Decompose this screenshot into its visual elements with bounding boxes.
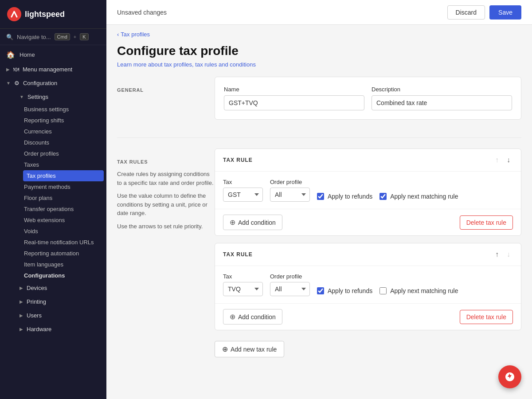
general-section: GENERAL Name Description bbox=[106, 77, 532, 137]
sidebar-item-settings[interactable]: ▼ Settings bbox=[13, 90, 106, 104]
fab-icon bbox=[505, 372, 515, 382]
apply-refunds-1-checkbox[interactable] bbox=[317, 193, 324, 200]
sidebar-printing-label: Printing bbox=[27, 298, 46, 305]
order-profile-2-label: Order profile bbox=[270, 273, 310, 280]
sidebar-item-home[interactable]: 🏠 Home bbox=[0, 47, 106, 63]
topbar: Unsaved changes Discard Save bbox=[106, 0, 532, 25]
devices-arrow-icon: ▶ bbox=[20, 286, 23, 290]
add-new-rule-row: ⊕ Add new tax rule bbox=[215, 337, 521, 368]
plus-separator: + bbox=[74, 34, 76, 39]
rule-2-up-button[interactable]: ↑ bbox=[493, 250, 501, 259]
add-new-tax-rule-button[interactable]: ⊕ Add new tax rule bbox=[215, 341, 284, 357]
printing-arrow-icon: ▶ bbox=[20, 299, 23, 304]
plus-circle-2-icon: ⊕ bbox=[230, 313, 235, 321]
sidebar-item-payment-methods[interactable]: Payment methods bbox=[20, 181, 106, 192]
page-content: ‹ Tax profiles Configure tax profile Lea… bbox=[106, 25, 532, 399]
sidebar-payment-label: Payment methods bbox=[24, 184, 70, 190]
sidebar-item-reporting-shifts[interactable]: Reporting shifts bbox=[20, 115, 106, 126]
sidebar-configurations-label: Configurations bbox=[24, 272, 65, 279]
arrow-down-icon: ▼ bbox=[6, 81, 11, 86]
sidebar-order-profiles-label: Order profiles bbox=[24, 150, 59, 157]
sidebar-logo: lightspeed bbox=[0, 0, 106, 29]
users-arrow-icon: ▶ bbox=[20, 313, 23, 318]
nav-search[interactable]: 🔍 Navigate to... Cmd + K bbox=[0, 29, 106, 45]
sidebar-item-item-languages[interactable]: Item languages bbox=[20, 259, 106, 270]
apply-refunds-2-label: Apply to refunds bbox=[328, 287, 372, 294]
rule-1-down-button[interactable]: ↓ bbox=[504, 155, 513, 165]
sidebar-item-web-extensions[interactable]: Web extensions bbox=[20, 215, 106, 226]
delete-rule-2-button[interactable]: Delete tax rule bbox=[460, 310, 513, 324]
tax-rules-label: TAX RULES bbox=[117, 159, 215, 164]
sidebar-item-reporting-automation[interactable]: Reporting automation bbox=[20, 248, 106, 259]
config-icon: ⚙ bbox=[14, 80, 20, 86]
sidebar-currencies-label: Currencies bbox=[24, 128, 52, 135]
apply-next-1-checkbox[interactable] bbox=[379, 193, 387, 200]
configuration-children: ▼ Settings Business settings Reporting s… bbox=[0, 90, 106, 336]
sidebar-item-business-settings[interactable]: Business settings bbox=[20, 104, 106, 115]
sidebar-item-floor-plans[interactable]: Floor plans bbox=[20, 192, 106, 203]
sidebar-item-printing[interactable]: ▶ Printing bbox=[13, 295, 106, 309]
learn-more-link[interactable]: Learn more about tax profiles, tax rules… bbox=[117, 61, 256, 68]
apply-next-2-group: Apply next matching rule bbox=[379, 287, 458, 296]
sidebar-item-tax-profiles[interactable]: Tax profiles bbox=[23, 170, 104, 181]
sidebar-item-configuration[interactable]: ▼ ⚙ Configuration bbox=[0, 76, 106, 90]
apply-refunds-2-checkbox[interactable] bbox=[317, 287, 324, 294]
description-field-group: Description bbox=[372, 86, 512, 110]
sidebar-item-voids[interactable]: Voids bbox=[20, 226, 106, 237]
sidebar-item-users[interactable]: ▶ Users bbox=[13, 309, 106, 322]
sidebar-item-real-time-urls[interactable]: Real-time notification URLs bbox=[20, 237, 106, 248]
main-content: Unsaved changes Discard Save ‹ Tax profi… bbox=[106, 0, 532, 399]
tax-2-select[interactable]: GST TVQ bbox=[223, 282, 263, 296]
tax-1-select[interactable]: GST TVQ bbox=[223, 188, 263, 202]
tax-rule-card-2: TAX RULE ↑ ↓ Tax GST TVQ bbox=[215, 243, 521, 330]
add-condition-1-button[interactable]: ⊕ Add condition bbox=[223, 215, 282, 230]
order-profile-1-label: Order profile bbox=[270, 179, 310, 185]
apply-next-2-checkbox[interactable] bbox=[379, 287, 387, 294]
tax-rule-2-header: TAX RULE ↑ ↓ bbox=[215, 243, 521, 266]
order-profile-1-select[interactable]: All bbox=[270, 188, 310, 202]
sidebar-item-transfer-operations[interactable]: Transfer operations bbox=[20, 203, 106, 215]
add-condition-2-button[interactable]: ⊕ Add condition bbox=[223, 309, 282, 325]
sidebar-item-home-label: Home bbox=[20, 51, 35, 58]
sidebar-voids-label: Voids bbox=[24, 228, 38, 235]
general-card: Name Description bbox=[215, 77, 521, 120]
logo-icon bbox=[7, 7, 21, 21]
sidebar-section-main: 🏠 Home ▶ 🍽 Menu management ▼ ⚙ Configura… bbox=[0, 45, 106, 338]
general-section-content: Name Description bbox=[215, 77, 521, 127]
tax-rule-1-header: TAX RULE ↑ ↓ bbox=[215, 149, 521, 172]
breadcrumb[interactable]: ‹ Tax profiles bbox=[106, 25, 532, 44]
tax-rules-desc3: Use the arrows to set rule priority. bbox=[117, 222, 215, 231]
sidebar-reporting-label: Reporting shifts bbox=[24, 117, 64, 124]
sidebar-devices-label: Devices bbox=[27, 285, 47, 291]
sidebar-item-currencies[interactable]: Currencies bbox=[20, 126, 106, 137]
discard-button[interactable]: Discard bbox=[447, 5, 485, 20]
sidebar-config-label: Configuration bbox=[23, 80, 57, 86]
sidebar-item-taxes[interactable]: Taxes bbox=[20, 159, 106, 170]
save-button[interactable]: Save bbox=[489, 5, 521, 20]
fab-button[interactable] bbox=[498, 365, 521, 388]
tax-rules-section: TAX RULES Create rules by assigning cond… bbox=[106, 138, 532, 379]
rule-1-up-button[interactable]: ↑ bbox=[493, 155, 501, 165]
sidebar-item-configurations[interactable]: Configurations bbox=[20, 270, 106, 281]
sidebar-item-discounts[interactable]: Discounts bbox=[20, 137, 106, 148]
menu-icon: 🍽 bbox=[13, 66, 19, 73]
sidebar-report-auto-label: Reporting automation bbox=[24, 250, 79, 257]
tax-rule-2-arrows: ↑ ↓ bbox=[493, 250, 513, 259]
general-section-label: GENERAL bbox=[117, 87, 215, 93]
sidebar-item-devices[interactable]: ▶ Devices bbox=[13, 281, 106, 295]
sidebar-item-menu-management[interactable]: ▶ 🍽 Menu management bbox=[0, 63, 106, 76]
delete-rule-1-button[interactable]: Delete tax rule bbox=[460, 215, 513, 230]
name-input[interactable] bbox=[224, 95, 364, 110]
breadcrumb-arrow: ‹ bbox=[117, 31, 119, 38]
rule-2-down-button[interactable]: ↓ bbox=[504, 250, 513, 259]
sidebar-item-hardware[interactable]: ▶ Hardware bbox=[13, 322, 106, 336]
add-new-rule-label: Add new tax rule bbox=[231, 346, 277, 353]
tax-rule-1-controls: Tax GST TVQ Order profile All bbox=[223, 179, 513, 202]
order-profile-2-select[interactable]: All bbox=[270, 282, 310, 296]
description-input[interactable] bbox=[372, 95, 512, 110]
breadcrumb-label: Tax profiles bbox=[121, 31, 150, 38]
svg-point-0 bbox=[7, 7, 21, 21]
logo-text: lightspeed bbox=[25, 10, 65, 19]
sidebar-item-order-profiles[interactable]: Order profiles bbox=[20, 148, 106, 159]
order-profile-2-select-group: Order profile All bbox=[270, 273, 310, 296]
